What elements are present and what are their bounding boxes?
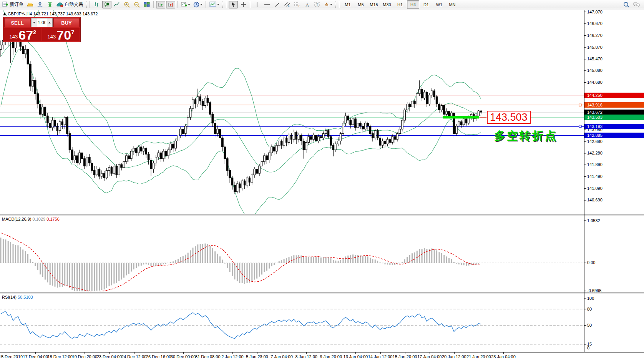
timeframe-D1[interactable]: D1 xyxy=(420,0,432,9)
price-level-badge: 142.885 xyxy=(584,133,644,138)
time-tick xyxy=(380,352,381,354)
toolbar-grip xyxy=(222,2,223,8)
auto-scroll-button[interactable] xyxy=(156,1,165,8)
line-chart-button[interactable] xyxy=(112,1,121,8)
symbol-collapse-icon[interactable] xyxy=(3,13,6,15)
chart-shift-button[interactable] xyxy=(166,1,175,8)
price-tick-label: 142.280 xyxy=(587,151,603,155)
time-label: 21 Jan 20:00 xyxy=(466,354,491,359)
volume-input[interactable] xyxy=(37,18,47,27)
time-label: 18 Dec 12:00 xyxy=(47,354,72,359)
time-axis[interactable]: 15 Dec 201917 Dec 04:0018 Dec 12:0019 De… xyxy=(0,352,644,364)
price-tick-label: 145.470 xyxy=(587,57,603,61)
autotrading-button[interactable]: 自动交易 xyxy=(55,1,84,8)
trendline-tool-button[interactable] xyxy=(272,1,282,8)
gold-button[interactable] xyxy=(25,1,35,8)
time-tick xyxy=(355,352,356,354)
text-tool-button[interactable]: A xyxy=(302,1,312,8)
toolbar-separator xyxy=(250,1,251,8)
time-label: 26 Dec 16:00 xyxy=(146,354,171,359)
rsi-scale-label: 50 xyxy=(587,323,592,327)
cursor-tool-button[interactable] xyxy=(229,1,238,8)
dropdown-caret xyxy=(188,4,190,5)
time-tick xyxy=(183,352,184,354)
time-label: 24 Dec 12:00 xyxy=(121,354,146,359)
svg-text:A: A xyxy=(305,2,309,7)
toolbar-grip xyxy=(335,2,336,8)
price-axis[interactable]: 147.070146.670146.270145.870145.470145.0… xyxy=(584,10,644,352)
svg-text:T: T xyxy=(316,2,319,7)
buy-button[interactable]: BUY xyxy=(53,18,80,27)
rsi-scale-label: 100 xyxy=(587,296,594,301)
fibonacci-tool-button[interactable]: F xyxy=(292,1,302,8)
volume-control xyxy=(31,18,53,27)
time-tick xyxy=(35,352,36,354)
time-tick xyxy=(257,352,257,354)
zoom-out-button[interactable] xyxy=(132,1,141,8)
bar-chart-button[interactable] xyxy=(92,1,101,8)
zoom-in-button[interactable] xyxy=(122,1,131,8)
price-tick-label: 141.890 xyxy=(587,162,603,167)
signal-button[interactable] xyxy=(45,1,55,8)
macd-scale-label: 1.0532 xyxy=(587,218,600,223)
price-chart[interactable] xyxy=(0,10,644,364)
macd-name: MACD(12,26,9) xyxy=(2,217,31,221)
rsi-indicator-label: RSI(14) 50.5103 xyxy=(2,295,33,299)
support-price-label[interactable]: 143.503 xyxy=(487,111,531,124)
time-tick xyxy=(503,352,504,354)
timeframe-H1[interactable]: H1 xyxy=(394,0,406,9)
timeframe-H4[interactable]: H4 xyxy=(407,0,419,9)
timeframe-M30[interactable]: M30 xyxy=(381,0,393,9)
search-icon[interactable] xyxy=(622,1,631,8)
candlestick-chart-button[interactable] xyxy=(102,1,111,8)
timeframe-MN[interactable]: MN xyxy=(446,0,458,9)
sell-button[interactable]: SELL xyxy=(4,18,30,27)
support-highlight-segment[interactable] xyxy=(443,116,479,118)
dropdown-caret xyxy=(200,4,202,5)
sell-price-quote[interactable]: 143672 xyxy=(4,28,41,41)
buy-price-quote[interactable]: 143707 xyxy=(42,28,80,41)
mt4-terminal: 新订单 自动交易 E F A T xyxy=(0,0,644,364)
price-tick-label: 144.680 xyxy=(587,80,603,85)
autotrading-label: 自动交易 xyxy=(65,1,83,8)
tile-windows-button[interactable] xyxy=(142,1,151,8)
caret-up-icon xyxy=(48,22,51,23)
periodicity-button[interactable] xyxy=(192,1,204,8)
new-order-label: 新订单 xyxy=(10,1,23,8)
time-label: 14 Jan 12:00 xyxy=(368,354,393,359)
time-tick xyxy=(331,352,331,354)
time-label: 7 Jan 04:00 xyxy=(271,354,293,359)
new-chart-button[interactable] xyxy=(180,1,191,8)
templates-button[interactable] xyxy=(208,1,221,8)
vertical-line-tool-button[interactable] xyxy=(252,1,262,8)
volume-increase-button[interactable] xyxy=(47,18,52,27)
crosshair-tool-button[interactable] xyxy=(239,1,248,8)
horizontal-line-tool-button[interactable] xyxy=(262,1,272,8)
autotrading-icon xyxy=(56,2,63,7)
sell-price-pips: 67 xyxy=(18,29,33,41)
price-level-badge: 143.672 xyxy=(584,110,644,115)
buy-price-pips: 70 xyxy=(56,29,71,41)
time-label: 17 Dec 04:00 xyxy=(23,354,48,359)
macd-indicator-label: MACD(12,26,9) 0.1029 0.1756 xyxy=(2,217,60,221)
text-label-tool-button[interactable]: T xyxy=(312,1,322,8)
time-label: 19 Dec 20:00 xyxy=(72,354,97,359)
equidistant-channel-tool-button[interactable]: E xyxy=(282,1,292,8)
chat-icon[interactable] xyxy=(632,1,641,8)
macd-scale-label: 0.00 xyxy=(587,260,595,265)
arrows-tool-button[interactable] xyxy=(322,1,334,8)
timeframe-M1[interactable]: M1 xyxy=(342,0,354,9)
timeframe-W1[interactable]: W1 xyxy=(433,0,445,9)
turning-point-annotation: 多空转折点 xyxy=(494,128,558,144)
macd-signal-value: 0.1756 xyxy=(46,217,60,221)
time-label: 9 Jan 20:00 xyxy=(320,354,342,359)
time-tick xyxy=(479,352,479,354)
volume-decrease-button[interactable] xyxy=(32,18,37,27)
timeframe-M5[interactable]: M5 xyxy=(355,0,367,9)
time-label: 17 Jan 04:00 xyxy=(417,354,442,359)
toolbar-separator xyxy=(206,1,206,8)
profile-button[interactable] xyxy=(35,1,45,8)
price-level-badge: 143.916 xyxy=(584,102,644,108)
timeframe-M15[interactable]: M15 xyxy=(368,0,380,9)
new-order-button[interactable]: 新订单 xyxy=(1,1,25,8)
